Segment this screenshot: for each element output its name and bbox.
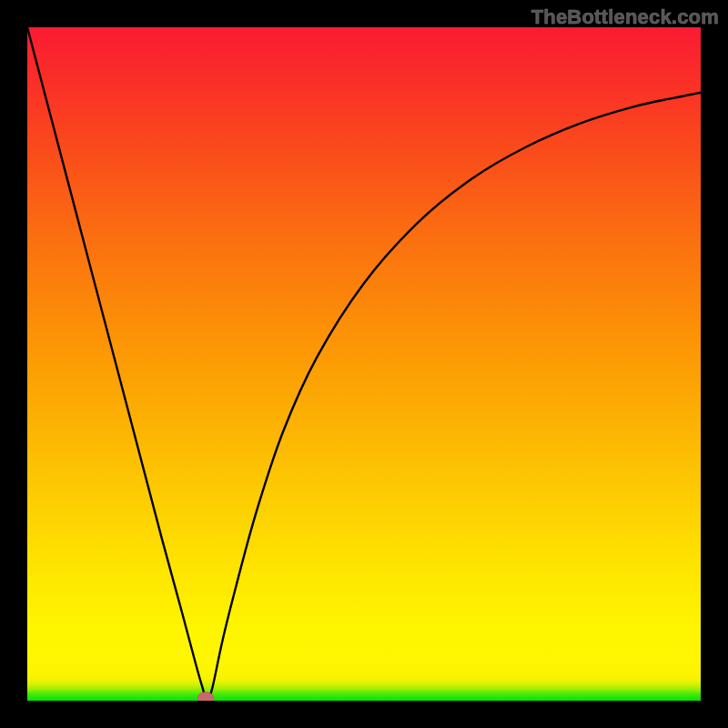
plot-area — [27, 27, 701, 701]
watermark-text: TheBottleneck.com — [531, 5, 719, 29]
curve-svg — [27, 27, 701, 701]
bottleneck-curve — [27, 27, 701, 701]
chart-frame: TheBottleneck.com — [0, 0, 728, 728]
